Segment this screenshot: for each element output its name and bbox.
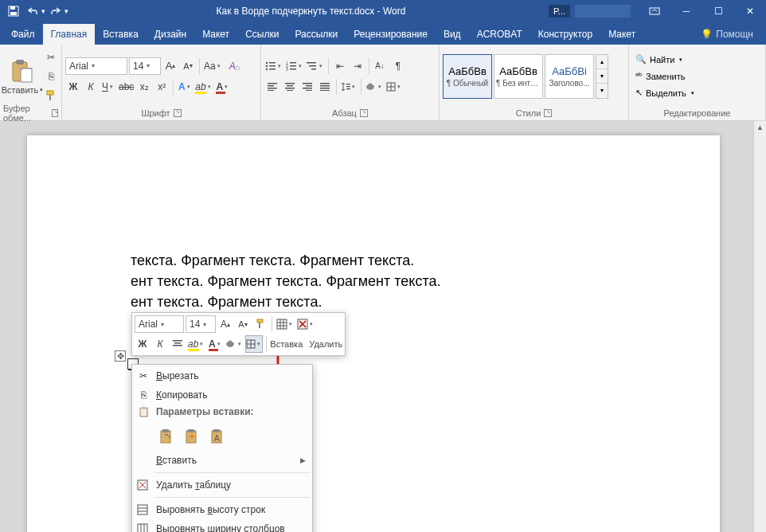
line-spacing-button[interactable]: ▾ xyxy=(340,78,358,96)
cut-button[interactable]: ✂ xyxy=(43,49,59,66)
superscript-button[interactable]: x² xyxy=(154,78,170,96)
qat-customize-icon[interactable]: ▾ xyxy=(64,7,68,15)
svg-rect-64 xyxy=(162,429,169,432)
minimize-button[interactable]: ─ xyxy=(670,0,702,22)
borders-button[interactable]: ▾ xyxy=(385,78,403,96)
font-launcher[interactable] xyxy=(174,109,182,117)
mini-insert-table[interactable]: ▾ xyxy=(276,315,295,333)
tab-layout[interactable]: Макет xyxy=(194,24,237,45)
shading-button[interactable]: ▾ xyxy=(365,78,384,96)
underline-button[interactable]: Ч▾ xyxy=(100,78,116,96)
mini-highlight[interactable]: ab▾ xyxy=(187,335,205,353)
paragraph-launcher[interactable] xyxy=(360,109,368,117)
justify-button[interactable] xyxy=(317,78,333,96)
paste-button[interactable]: Вставить▾ xyxy=(3,57,41,96)
tab-home[interactable]: Главная xyxy=(43,24,96,45)
svg-rect-39 xyxy=(320,90,330,91)
numbering-button[interactable]: 123▾ xyxy=(285,57,304,75)
undo-button[interactable] xyxy=(24,2,41,20)
paste-text-only[interactable]: A xyxy=(207,426,228,447)
close-button[interactable]: ✕ xyxy=(734,0,766,22)
align-center-button[interactable] xyxy=(282,78,298,96)
align-right-button[interactable] xyxy=(299,78,315,96)
tab-references[interactable]: Ссылки xyxy=(237,24,287,45)
italic-button[interactable]: К xyxy=(83,78,99,96)
font-name-combo[interactable]: Arial▾ xyxy=(65,57,127,75)
strikethrough-button[interactable]: abc xyxy=(118,78,135,96)
multilevel-list-button[interactable]: ▾ xyxy=(306,57,325,75)
cm-copy[interactable]: ⎘Копировать xyxy=(132,385,312,405)
bullets-button[interactable]: ▾ xyxy=(264,57,283,75)
tab-review[interactable]: Рецензирование xyxy=(346,24,436,45)
change-case-button[interactable]: Aa▾ xyxy=(203,57,223,75)
tab-mailings[interactable]: Рассылки xyxy=(287,24,346,45)
vertical-scrollbar[interactable]: ▲ xyxy=(753,121,766,532)
svg-rect-32 xyxy=(303,83,312,84)
mini-shrink-font[interactable]: A▾ xyxy=(235,315,251,333)
mini-bold[interactable]: Ж xyxy=(135,335,150,353)
font-color-button[interactable]: A▾ xyxy=(215,78,231,96)
mini-shading[interactable]: ▾ xyxy=(225,335,244,353)
tell-me-box[interactable]: 💡 Помощн xyxy=(688,24,766,45)
show-marks-button[interactable]: ¶ xyxy=(390,57,406,75)
highlight-button[interactable]: ab▾ xyxy=(194,78,213,96)
mini-font-combo[interactable]: Arial▾ xyxy=(135,315,184,333)
select-button[interactable]: ↖Выделить▾ xyxy=(632,85,698,101)
undo-dropdown-icon[interactable]: ▾ xyxy=(41,7,45,15)
cm-paste[interactable]: Вставить▶ xyxy=(132,451,312,470)
format-painter-button[interactable] xyxy=(43,87,59,104)
mini-font-color[interactable]: A▾ xyxy=(207,335,223,353)
tab-design[interactable]: Дизайн xyxy=(147,24,194,45)
maximize-button[interactable]: ☐ xyxy=(702,0,734,22)
tab-file[interactable]: Файл xyxy=(3,24,43,45)
style-normal[interactable]: АаБбВв ¶ Обычный xyxy=(443,54,492,99)
style-heading1[interactable]: АаБбВі Заголово... xyxy=(545,54,594,99)
cm-distribute-rows[interactable]: Выровнять высоту строк xyxy=(132,500,312,519)
save-button[interactable] xyxy=(5,2,22,20)
styles-scroll[interactable]: ▴▾▾ xyxy=(596,54,608,99)
ribbon-options-button[interactable] xyxy=(639,0,670,22)
mini-align[interactable] xyxy=(170,335,186,353)
document-text[interactable]: текста. Фрагмент текста. Фрагмент текста… xyxy=(131,250,440,312)
mini-borders[interactable]: ▾ xyxy=(245,335,263,353)
sort-button[interactable]: A↓ xyxy=(373,57,389,75)
tab-insert[interactable]: Вставка xyxy=(95,24,147,45)
align-left-button[interactable] xyxy=(264,78,280,96)
tab-view[interactable]: Вид xyxy=(436,24,469,45)
cm-distribute-cols[interactable]: Выровнять ширину столбцов xyxy=(132,519,312,532)
find-button[interactable]: 🔍Найти▾ xyxy=(632,52,698,68)
bold-button[interactable]: Ж xyxy=(65,78,81,96)
table-move-handle[interactable]: ✥ xyxy=(115,350,126,362)
tab-acrobat[interactable]: ACROBAT xyxy=(469,24,530,45)
cm-delete-table[interactable]: Удалить таблицу xyxy=(132,475,312,495)
mini-size-combo[interactable]: 14▾ xyxy=(186,315,216,333)
mini-format-painter[interactable] xyxy=(252,315,268,333)
scroll-up-icon[interactable]: ▲ xyxy=(754,121,766,134)
paste-keep-source[interactable] xyxy=(156,426,177,447)
cm-cut[interactable]: ✂Вырезать xyxy=(132,366,312,385)
redo-button[interactable] xyxy=(47,2,64,20)
tab-constructor[interactable]: Конструктор xyxy=(530,24,600,45)
font-size-combo[interactable]: 14▾ xyxy=(129,57,161,75)
paste-merge[interactable] xyxy=(182,426,202,447)
mini-grow-font[interactable]: A▴ xyxy=(217,315,233,333)
mini-delete-label[interactable]: Удалить xyxy=(309,339,342,349)
replace-button[interactable]: ᵃᵇЗаменить xyxy=(632,68,698,84)
styles-launcher[interactable] xyxy=(544,109,552,117)
decrease-indent-button[interactable]: ⇤ xyxy=(332,57,348,75)
text-effects-button[interactable]: A▾ xyxy=(177,78,193,96)
mini-insert-label[interactable]: Вставка xyxy=(270,339,303,349)
mini-italic[interactable]: К xyxy=(152,335,168,353)
pinned-badge[interactable]: P... xyxy=(549,5,570,18)
grow-font-button[interactable]: A▴ xyxy=(162,57,178,75)
increase-indent-button[interactable]: ⇥ xyxy=(350,57,365,75)
shrink-font-button[interactable]: A▾ xyxy=(180,57,196,75)
style-no-spacing[interactable]: АаБбВв ¶ Без инте... xyxy=(494,54,543,99)
clear-formatting-button[interactable]: A◇ xyxy=(225,57,240,75)
clipboard-launcher[interactable] xyxy=(52,109,58,117)
subscript-button[interactable]: x₂ xyxy=(136,78,152,96)
mini-delete-table[interactable]: ▾ xyxy=(296,315,315,333)
tab-layout2[interactable]: Макет xyxy=(600,24,643,45)
copy-button[interactable]: ⎘ xyxy=(43,68,59,85)
svg-rect-56 xyxy=(173,340,182,342)
